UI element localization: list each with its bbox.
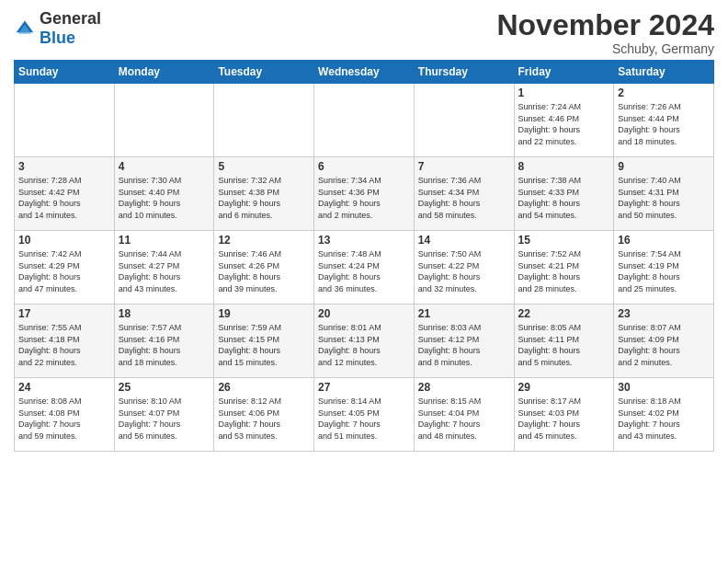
day-info-3: Sunrise: 7:28 AM Sunset: 4:42 PM Dayligh… [18, 175, 110, 221]
calendar-cell-w2-d6: 16Sunrise: 7:54 AM Sunset: 4:19 PM Dayli… [614, 231, 714, 304]
calendar-cell-w4-d1: 25Sunrise: 8:10 AM Sunset: 4:07 PM Dayli… [114, 378, 214, 452]
day-info-30: Sunrise: 8:18 AM Sunset: 4:02 PM Dayligh… [618, 396, 710, 442]
day-number-17: 17 [18, 307, 110, 320]
calendar-cell-w3-d5: 22Sunrise: 8:05 AM Sunset: 4:11 PM Dayli… [514, 304, 614, 378]
calendar-cell-w4-d6: 30Sunrise: 8:18 AM Sunset: 4:02 PM Dayli… [614, 378, 714, 452]
header-wednesday: Wednesday [314, 61, 415, 84]
day-number-19: 19 [218, 307, 310, 320]
day-number-22: 22 [518, 307, 610, 320]
day-number-4: 4 [119, 160, 210, 173]
day-info-8: Sunrise: 7:38 AM Sunset: 4:33 PM Dayligh… [518, 175, 610, 221]
calendar-cell-w1-d2: 5Sunrise: 7:32 AM Sunset: 4:38 PM Daylig… [214, 157, 314, 231]
day-info-2: Sunrise: 7:26 AM Sunset: 4:44 PM Dayligh… [618, 101, 710, 147]
calendar-cell-w3-d4: 21Sunrise: 8:03 AM Sunset: 4:12 PM Dayli… [414, 304, 514, 378]
day-number-29: 29 [518, 381, 610, 394]
day-info-6: Sunrise: 7:34 AM Sunset: 4:36 PM Dayligh… [318, 175, 410, 221]
header-thursday: Thursday [414, 61, 514, 84]
day-info-12: Sunrise: 7:46 AM Sunset: 4:26 PM Dayligh… [218, 248, 310, 294]
logo: General Blue [14, 9, 101, 48]
calendar-cell-w1-d0: 3Sunrise: 7:28 AM Sunset: 4:42 PM Daylig… [15, 157, 115, 231]
day-number-7: 7 [418, 160, 510, 173]
header-saturday: Saturday [614, 61, 714, 84]
day-info-28: Sunrise: 8:15 AM Sunset: 4:04 PM Dayligh… [418, 396, 510, 442]
day-number-6: 6 [318, 160, 410, 173]
logo-icon [14, 19, 36, 38]
day-info-15: Sunrise: 7:52 AM Sunset: 4:21 PM Dayligh… [518, 248, 610, 294]
month-title: November 2024 [496, 9, 714, 41]
day-info-11: Sunrise: 7:44 AM Sunset: 4:27 PM Dayligh… [119, 248, 210, 294]
day-number-18: 18 [119, 307, 210, 320]
day-info-17: Sunrise: 7:55 AM Sunset: 4:18 PM Dayligh… [18, 322, 110, 368]
day-info-5: Sunrise: 7:32 AM Sunset: 4:38 PM Dayligh… [218, 175, 310, 221]
header: General Blue November 2024 Schuby, Germa… [14, 9, 714, 56]
calendar-cell-w3-d6: 23Sunrise: 8:07 AM Sunset: 4:09 PM Dayli… [614, 304, 714, 378]
day-number-2: 2 [618, 86, 710, 99]
day-number-13: 13 [318, 234, 410, 247]
calendar-cell-w1-d1: 4Sunrise: 7:30 AM Sunset: 4:40 PM Daylig… [114, 157, 214, 231]
day-number-23: 23 [618, 307, 710, 320]
day-number-10: 10 [18, 234, 110, 247]
day-number-14: 14 [418, 234, 510, 247]
day-info-10: Sunrise: 7:42 AM Sunset: 4:29 PM Dayligh… [18, 248, 110, 294]
day-number-30: 30 [618, 381, 710, 394]
calendar-cell-w2-d3: 13Sunrise: 7:48 AM Sunset: 4:24 PM Dayli… [314, 231, 415, 304]
week-row-2: 10Sunrise: 7:42 AM Sunset: 4:29 PM Dayli… [15, 231, 714, 304]
calendar-cell-w0-d1 [114, 84, 214, 157]
day-info-14: Sunrise: 7:50 AM Sunset: 4:22 PM Dayligh… [418, 248, 510, 294]
day-number-1: 1 [518, 86, 610, 99]
day-info-18: Sunrise: 7:57 AM Sunset: 4:16 PM Dayligh… [119, 322, 210, 368]
logo-text: General Blue [40, 9, 101, 48]
week-row-4: 24Sunrise: 8:08 AM Sunset: 4:08 PM Dayli… [15, 378, 714, 452]
day-number-11: 11 [119, 234, 210, 247]
calendar-cell-w1-d3: 6Sunrise: 7:34 AM Sunset: 4:36 PM Daylig… [314, 157, 415, 231]
calendar-cell-w3-d2: 19Sunrise: 7:59 AM Sunset: 4:15 PM Dayli… [214, 304, 314, 378]
day-info-16: Sunrise: 7:54 AM Sunset: 4:19 PM Dayligh… [618, 248, 710, 294]
day-info-13: Sunrise: 7:48 AM Sunset: 4:24 PM Dayligh… [318, 248, 410, 294]
title-area: November 2024 Schuby, Germany [496, 9, 714, 56]
calendar-cell-w0-d5: 1Sunrise: 7:24 AM Sunset: 4:46 PM Daylig… [514, 84, 614, 157]
day-number-16: 16 [618, 234, 710, 247]
calendar-cell-w0-d6: 2Sunrise: 7:26 AM Sunset: 4:44 PM Daylig… [614, 84, 714, 157]
calendar-cell-w4-d5: 29Sunrise: 8:17 AM Sunset: 4:03 PM Dayli… [514, 378, 614, 452]
calendar-cell-w4-d4: 28Sunrise: 8:15 AM Sunset: 4:04 PM Dayli… [414, 378, 514, 452]
page-container: General Blue November 2024 Schuby, Germa… [0, 0, 728, 456]
day-info-9: Sunrise: 7:40 AM Sunset: 4:31 PM Dayligh… [618, 175, 710, 221]
calendar-cell-w2-d1: 11Sunrise: 7:44 AM Sunset: 4:27 PM Dayli… [114, 231, 214, 304]
day-number-21: 21 [418, 307, 510, 320]
calendar-cell-w0-d2 [214, 84, 314, 157]
day-number-26: 26 [218, 381, 310, 394]
day-number-28: 28 [418, 381, 510, 394]
calendar-header-row: Sunday Monday Tuesday Wednesday Thursday… [15, 61, 714, 84]
calendar-cell-w4-d2: 26Sunrise: 8:12 AM Sunset: 4:06 PM Dayli… [214, 378, 314, 452]
day-number-9: 9 [618, 160, 710, 173]
day-info-22: Sunrise: 8:05 AM Sunset: 4:11 PM Dayligh… [518, 322, 610, 368]
calendar-cell-w0-d3 [314, 84, 415, 157]
calendar-cell-w0-d0 [15, 84, 115, 157]
calendar-cell-w4-d0: 24Sunrise: 8:08 AM Sunset: 4:08 PM Dayli… [15, 378, 115, 452]
logo-general: General [40, 9, 101, 28]
day-number-25: 25 [119, 381, 210, 394]
week-row-0: 1Sunrise: 7:24 AM Sunset: 4:46 PM Daylig… [15, 84, 714, 157]
calendar-cell-w1-d5: 8Sunrise: 7:38 AM Sunset: 4:33 PM Daylig… [514, 157, 614, 231]
day-info-29: Sunrise: 8:17 AM Sunset: 4:03 PM Dayligh… [518, 396, 610, 442]
day-number-8: 8 [518, 160, 610, 173]
day-number-3: 3 [18, 160, 110, 173]
calendar-cell-w0-d4 [414, 84, 514, 157]
calendar-cell-w2-d2: 12Sunrise: 7:46 AM Sunset: 4:26 PM Dayli… [214, 231, 314, 304]
calendar-cell-w1-d6: 9Sunrise: 7:40 AM Sunset: 4:31 PM Daylig… [614, 157, 714, 231]
day-number-15: 15 [518, 234, 610, 247]
logo-blue: Blue [40, 29, 75, 47]
calendar-cell-w2-d5: 15Sunrise: 7:52 AM Sunset: 4:21 PM Dayli… [514, 231, 614, 304]
day-info-27: Sunrise: 8:14 AM Sunset: 4:05 PM Dayligh… [318, 396, 410, 442]
day-info-26: Sunrise: 8:12 AM Sunset: 4:06 PM Dayligh… [218, 396, 310, 442]
calendar-cell-w3-d1: 18Sunrise: 7:57 AM Sunset: 4:16 PM Dayli… [114, 304, 214, 378]
day-info-19: Sunrise: 7:59 AM Sunset: 4:15 PM Dayligh… [218, 322, 310, 368]
day-number-5: 5 [218, 160, 310, 173]
day-number-27: 27 [318, 381, 410, 394]
week-row-3: 17Sunrise: 7:55 AM Sunset: 4:18 PM Dayli… [15, 304, 714, 378]
calendar-table: Sunday Monday Tuesday Wednesday Thursday… [14, 60, 714, 452]
location: Schuby, Germany [496, 41, 714, 56]
day-number-12: 12 [218, 234, 310, 247]
calendar-cell-w2-d4: 14Sunrise: 7:50 AM Sunset: 4:22 PM Dayli… [414, 231, 514, 304]
header-friday: Friday [514, 61, 614, 84]
